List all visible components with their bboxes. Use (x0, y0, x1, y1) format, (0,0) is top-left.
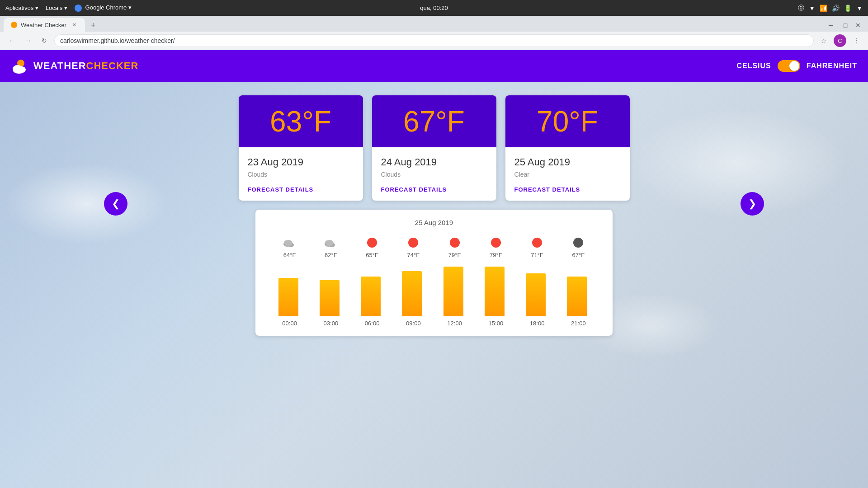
card-temp-area-1: 67°F (372, 95, 496, 147)
chart-bar-wrapper-1 (320, 262, 342, 316)
chart-bar-wrapper-2 (361, 262, 383, 316)
svg-point-3 (13, 67, 25, 74)
card-temp-area-2: 70°F (505, 95, 630, 147)
chart-time-6: 18:00 (530, 320, 545, 327)
chart-temp-4: 79°F (448, 252, 461, 258)
chart-content: 64°F00:00 62°F03:0065°F06:0074°F09:0079°… (269, 235, 599, 327)
card-date-0: 23 Aug 2019 (248, 156, 354, 168)
chart-bar-wrapper-3 (402, 262, 425, 316)
logo-area: WEATHERCHECKER (11, 57, 138, 75)
temp-toggle: CELSIUS FAHRENHEIT (736, 60, 857, 72)
logo-icon (11, 57, 29, 75)
weather-card-1: 67°F 24 Aug 2019 Clouds FORECAST DETAILS (372, 95, 496, 201)
chart-column-7: 67°F21:00 (558, 235, 599, 327)
chart-time-3: 09:00 (406, 320, 421, 327)
weather-card-0: 63°F 23 Aug 2019 Clouds FORECAST DETAILS (239, 95, 363, 201)
chart-temp-6: 71°F (531, 252, 543, 258)
bookmark-button[interactable]: ☆ (817, 34, 830, 47)
fahrenheit-label: FAHRENHEIT (807, 62, 857, 70)
card-temp-area-0: 63°F (239, 95, 363, 147)
chart-bar-3 (402, 271, 422, 316)
url-bar[interactable]: carloswimmer.github.io/weather-checker/ (54, 34, 814, 47)
chart-bar-wrapper-4 (443, 262, 466, 316)
card-temp-2: 70°F (537, 105, 598, 138)
chart-bar-4 (443, 267, 463, 316)
card-condition-1: Clouds (381, 171, 487, 178)
maximize-button[interactable]: □ (839, 19, 852, 32)
chart-bar-6 (526, 273, 546, 316)
tab-close-button[interactable]: ✕ (71, 21, 78, 28)
chart-bar-wrapper-6 (526, 262, 548, 316)
logo-text: WEATHERCHECKER (33, 60, 138, 72)
chart-bar-wrapper-7 (567, 262, 590, 316)
chart-column-4: 79°F12:00 (434, 235, 475, 327)
chart-time-5: 15:00 (489, 320, 504, 327)
chart-icon-5 (489, 235, 503, 250)
next-nav-button[interactable]: ❯ (741, 192, 764, 216)
forecast-details-link-2[interactable]: FORECAST DETAILS (514, 186, 580, 193)
chart-time-1: 03:00 (324, 320, 339, 327)
chart-column-5: 79°F15:00 (475, 235, 516, 327)
chart-temp-7: 67°F (572, 252, 585, 258)
card-info-1: 24 Aug 2019 Clouds FORECAST DETAILS (372, 147, 496, 201)
card-temp-0: 63°F (270, 105, 331, 138)
address-bar: ← → ↻ carloswimmer.github.io/weather-che… (0, 32, 868, 50)
chart-column-2: 65°F06:00 (352, 235, 393, 327)
toggle-knob (789, 61, 799, 71)
chrome-menu[interactable]: Google Chrome ▾ (75, 4, 132, 12)
applications-menu[interactable]: Aplicativos ▾ (5, 5, 38, 11)
chart-icon-1 (324, 235, 338, 250)
card-condition-0: Clouds (248, 171, 354, 178)
chart-title: 25 Aug 2019 (269, 219, 599, 226)
forward-button[interactable]: → (22, 34, 34, 47)
temp-toggle-switch[interactable] (778, 60, 800, 72)
chart-temp-2: 65°F (366, 252, 378, 258)
chart-icon-2 (365, 235, 379, 250)
minimize-button[interactable]: ─ (825, 19, 837, 32)
taskbar-clock: qua, 00:20 (420, 5, 448, 11)
close-button[interactable]: ✕ (852, 19, 864, 32)
chart-temp-3: 74°F (407, 252, 420, 258)
svg-point-7 (284, 240, 288, 245)
chart-column-0: 64°F00:00 (269, 235, 310, 327)
celsius-label: CELSIUS (736, 62, 771, 70)
main-content: ❮ 63°F 23 Aug 2019 Clouds FORECAST DETAI… (0, 82, 868, 488)
card-condition-2: Clear (514, 171, 621, 178)
chart-icon-0 (283, 235, 297, 250)
chart-time-7: 21:00 (571, 320, 586, 327)
chart-icon-6 (530, 235, 544, 250)
chart-column-6: 71°F18:00 (517, 235, 558, 327)
new-tab-button[interactable]: + (87, 19, 99, 32)
chart-column-1: 62°F03:00 (310, 235, 351, 327)
active-tab[interactable]: Weather Checker ✕ (4, 18, 85, 32)
card-info-0: 23 Aug 2019 Clouds FORECAST DETAILS (239, 147, 363, 201)
chart-temp-1: 62°F (325, 252, 337, 258)
taskbar-left: Aplicativos ▾ Locais ▾ Google Chrome ▾ (5, 4, 132, 12)
weather-card-2: 70°F 25 Aug 2019 Clear FORECAST DETAILS (505, 95, 630, 201)
menu-button[interactable]: ⋮ (850, 34, 863, 47)
address-right: ☆ C ⋮ (817, 34, 863, 47)
url-path: /weather-checker/ (124, 37, 175, 44)
prev-nav-button[interactable]: ❮ (104, 192, 127, 216)
forecast-details-link-1[interactable]: FORECAST DETAILS (381, 186, 447, 193)
forecast-details-link-0[interactable]: FORECAST DETAILS (248, 186, 314, 193)
chart-icon-3 (406, 235, 420, 250)
chart-bar-0 (278, 278, 298, 316)
chart-bar-wrapper-5 (485, 262, 507, 316)
places-menu[interactable]: Locais ▾ (46, 5, 67, 11)
os-taskbar: Aplicativos ▾ Locais ▾ Google Chrome ▾ q… (0, 0, 868, 16)
profile-button[interactable]: C (834, 34, 846, 47)
chart-temp-0: 64°F (283, 252, 296, 258)
chart-bar-2 (361, 277, 381, 316)
tab-bar: Weather Checker ✕ + ─ □ ✕ (0, 16, 868, 32)
chart-icon-4 (448, 235, 462, 250)
card-info-2: 25 Aug 2019 Clear FORECAST DETAILS (505, 147, 630, 201)
url-domain: carloswimmer.github.io (60, 37, 124, 44)
chart-bar-7 (567, 277, 587, 316)
chart-bar-5 (485, 267, 505, 316)
refresh-button[interactable]: ↻ (38, 34, 51, 47)
card-date-2: 25 Aug 2019 (514, 156, 621, 168)
svg-point-11 (325, 240, 330, 245)
tab-favicon (11, 22, 17, 28)
back-button[interactable]: ← (5, 34, 18, 47)
